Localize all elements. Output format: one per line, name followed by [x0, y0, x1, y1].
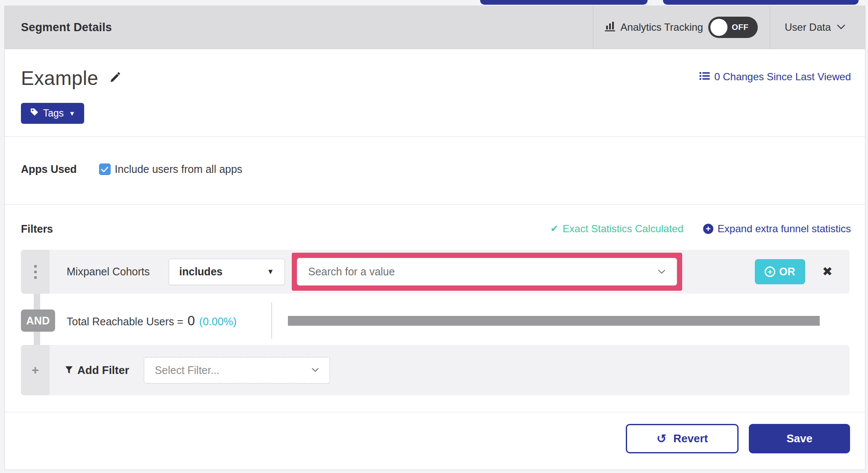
- check-icon: ✔: [551, 224, 558, 234]
- include-all-apps-label: Include users from all apps: [115, 163, 243, 175]
- drag-dots-icon: [34, 265, 37, 279]
- expand-funnel-statistics-link[interactable]: + Expand extra funnel statistics: [703, 223, 851, 235]
- plus-circle-icon: +: [703, 224, 713, 234]
- filters-title: Filters: [21, 223, 53, 235]
- segment-details-header: Segment Details Analytics Tracking OFF U…: [5, 6, 865, 49]
- filter-drag-handle[interactable]: [21, 250, 50, 294]
- select-filter-placeholder: Select Filter...: [155, 364, 219, 377]
- bar-chart-icon: [604, 21, 616, 33]
- or-button-label: OR: [779, 266, 795, 278]
- footer-divider: [5, 412, 865, 412]
- analytics-tracking-label: Analytics Tracking: [621, 21, 703, 33]
- chevron-down-icon: [658, 268, 666, 276]
- user-data-label: User Data: [785, 21, 831, 33]
- changes-since-last-viewed-link[interactable]: 0 Changes Since Last Viewed: [699, 71, 851, 83]
- add-filter-label-group: Add Filter: [65, 364, 129, 377]
- revert-button[interactable]: ↺ Revert: [626, 424, 739, 453]
- chevron-down-icon: [837, 23, 845, 31]
- chevron-down-icon: [311, 366, 319, 374]
- segment-name-row: Example: [21, 67, 122, 90]
- changelog-list-icon: [699, 71, 710, 83]
- and-badge: AND: [21, 309, 55, 332]
- toggle-state-label: OFF: [732, 23, 749, 32]
- reachable-users-bar: [288, 316, 820, 326]
- analytics-tracking-control: Analytics Tracking OFF: [593, 6, 770, 49]
- add-filter-plus-column[interactable]: +: [21, 345, 50, 395]
- revert-icon: ↺: [657, 433, 666, 445]
- section-divider: [5, 136, 865, 137]
- tags-button[interactable]: Tags ▼: [21, 103, 84, 124]
- tag-icon: [30, 108, 39, 119]
- analytics-tracking-toggle[interactable]: OFF: [708, 17, 758, 38]
- value-select-placeholder: Search for a value: [308, 266, 395, 278]
- operator-value: includes: [179, 266, 223, 278]
- expand-funnel-label: Expand extra funnel statistics: [718, 223, 851, 235]
- edit-pencil-icon[interactable]: [108, 70, 122, 86]
- exact-statistics-status: ✔ Exact Statistics Calculated: [551, 223, 683, 235]
- caret-down-icon: ▼: [267, 268, 274, 276]
- toggle-knob: [710, 19, 727, 36]
- add-filter-row: + Add Filter Select Filter...: [21, 345, 850, 395]
- funnel-icon: [65, 364, 73, 377]
- highlight-outline: Search for a value: [292, 253, 682, 291]
- filters-stats-links: ✔ Exact Statistics Calculated + Expand e…: [551, 223, 851, 235]
- user-data-dropdown[interactable]: User Data: [770, 6, 865, 49]
- filter-field-label: Mixpanel Cohorts: [67, 266, 150, 278]
- page-title: Segment Details: [21, 21, 112, 34]
- total-reachable-percent: (0.00%): [199, 315, 237, 328]
- segment-name: Example: [21, 67, 98, 90]
- top-cut-button-right[interactable]: [663, 0, 859, 5]
- filter-value-select[interactable]: Search for a value: [297, 258, 677, 286]
- top-cut-button-left[interactable]: [480, 0, 648, 5]
- apps-used-label: Apps Used: [21, 163, 77, 175]
- filter-row: Mixpanel Cohorts includes ▼ Search for a…: [21, 250, 850, 294]
- changes-link-label: 0 Changes Since Last Viewed: [714, 71, 851, 83]
- exact-statistics-label: Exact Statistics Calculated: [563, 223, 683, 235]
- caret-down-icon: ▼: [69, 110, 75, 117]
- include-all-apps-checkbox[interactable]: [99, 164, 111, 175]
- header-right-group: Analytics Tracking OFF User Data: [593, 6, 865, 49]
- filter-operator-select[interactable]: includes ▼: [169, 259, 285, 285]
- section-divider: [5, 204, 865, 204]
- revert-button-label: Revert: [673, 432, 708, 445]
- segment-details-card: Segment Details Analytics Tracking OFF U…: [4, 6, 865, 470]
- remove-filter-icon[interactable]: ✖: [822, 266, 833, 278]
- plus-circle-icon: +: [765, 266, 775, 277]
- add-filter-label: Add Filter: [77, 364, 129, 377]
- tags-button-label: Tags: [43, 108, 64, 119]
- select-filter-dropdown[interactable]: Select Filter...: [144, 357, 330, 384]
- total-reachable-label: Total Reachable Users =: [67, 315, 183, 328]
- total-row-divider: [271, 302, 272, 339]
- apps-used-row: Apps Used Include users from all apps: [21, 163, 242, 175]
- save-button[interactable]: Save: [749, 424, 850, 453]
- total-reachable-value: 0: [188, 313, 195, 329]
- total-reachable-row: Total Reachable Users = 0 (0.00%): [67, 313, 237, 329]
- add-or-condition-button[interactable]: + OR: [755, 259, 805, 284]
